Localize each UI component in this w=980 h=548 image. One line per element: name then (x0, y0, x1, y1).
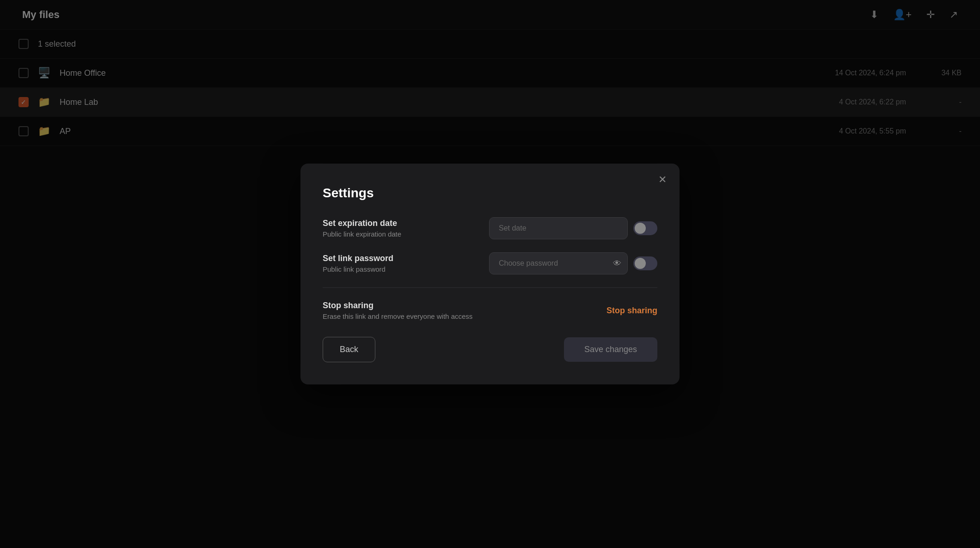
settings-dialog: ✕ Settings Set expiration date Public li… (300, 164, 680, 384)
password-label: Set link password (323, 254, 489, 263)
stop-sharing-info: Stop sharing Erase this link and remove … (323, 301, 606, 320)
password-setting-row: Set link password Public link password 👁 (323, 252, 657, 274)
close-button[interactable]: ✕ (658, 175, 667, 185)
password-input[interactable] (489, 252, 628, 274)
stop-sharing-label: Stop sharing (323, 301, 606, 311)
back-button[interactable]: Back (323, 337, 375, 362)
password-controls: 👁 (489, 252, 657, 274)
expiration-label: Set expiration date (323, 219, 489, 228)
eye-icon[interactable]: 👁 (613, 259, 621, 268)
password-wrapper: 👁 (489, 252, 628, 274)
stop-sharing-row: Stop sharing Erase this link and remove … (323, 301, 657, 320)
dialog-title: Settings (323, 186, 657, 201)
dialog-footer: Back Save changes (323, 337, 657, 362)
password-desc: Public link password (323, 265, 489, 273)
password-info: Set link password Public link password (323, 254, 489, 273)
expiration-toggle[interactable] (633, 221, 657, 235)
stop-sharing-button[interactable]: Stop sharing (606, 306, 657, 316)
expiration-controls (489, 217, 657, 239)
modal-overlay: ✕ Settings Set expiration date Public li… (0, 0, 980, 548)
expiration-setting-row: Set expiration date Public link expirati… (323, 217, 657, 239)
password-toggle[interactable] (633, 256, 657, 270)
divider (323, 287, 657, 288)
expiration-desc: Public link expiration date (323, 230, 489, 238)
expiration-date-input[interactable] (489, 217, 628, 239)
stop-sharing-desc: Erase this link and remove everyone with… (323, 312, 606, 320)
save-changes-button[interactable]: Save changes (564, 337, 657, 362)
expiration-info: Set expiration date Public link expirati… (323, 219, 489, 238)
